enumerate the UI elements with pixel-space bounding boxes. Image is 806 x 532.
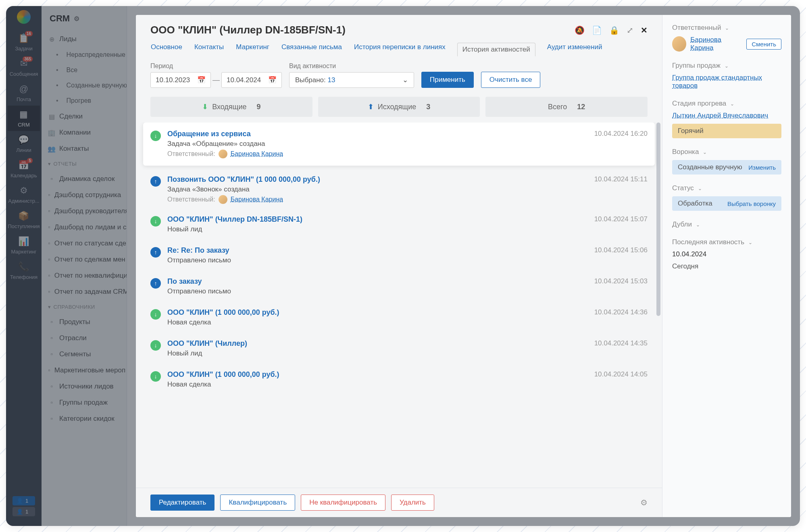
timeline-dot-icon: ↓ [150,371,161,382]
tab[interactable]: Аудит изменений [547,43,603,56]
delete-button[interactable]: Удалить [391,495,434,511]
date-from-input[interactable]: 10.10.2023📅 [150,72,211,88]
timeline-item[interactable]: ↓Обращение из сервисаЗадача «Обращение» … [143,123,655,166]
period-label: Период [150,62,282,70]
sp-groups-title[interactable]: Группы продаж [672,62,781,70]
timeline-sub: Новая сделка [167,318,588,326]
timeline-item[interactable]: ↓ООО "КЛИН" (Чиллер DN-185BF/SN-1)Новый … [150,210,648,241]
lock-icon[interactable]: 🔒 [609,25,619,35]
avatar [672,36,686,52]
sp-last-title[interactable]: Последняя активность [672,238,781,246]
copy-icon[interactable]: 📄 [592,25,602,35]
timeline-item[interactable]: ↑Re: Re: По заказуОтправлено письмо10.04… [150,241,648,272]
timeline-title: ООО "КЛИН" (Чиллер DN-185BF/SN-1) [167,215,588,224]
timeline-time: 10.04.2024 15:06 [594,246,648,266]
activity-type-select[interactable]: Выбрано: 13 ⌄ [289,72,414,88]
timeline-sub: Отправлено письмо [167,287,588,295]
timeline-sub: Новый лид [167,225,588,233]
filter-bar: Период 10.10.2023📅 — 10.04.2024📅 Вид акт… [136,56,662,94]
stat-incoming[interactable]: ⬇Входящие 9 [150,97,312,117]
status-select-link[interactable]: Выбрать воронку [727,200,776,207]
stat-outgoing[interactable]: ⬆Исходящие 3 [318,97,480,117]
timeline-title: ООО "КЛИН" (1 000 000,00 руб.) [167,370,588,379]
avatar [219,150,227,158]
timeline-dot-icon: ↑ [150,278,161,289]
change-responsible-button[interactable]: Сменить [746,39,781,50]
clear-button[interactable]: Очистить все [481,72,541,88]
date-to-input[interactable]: 10.04.2024📅 [221,72,282,88]
sp-stage-title[interactable]: Стадия прогрева [672,100,781,108]
sp-dup-title[interactable]: Дубли [672,220,781,229]
modal-header-actions: 🔕 📄 🔒 ⤢ ✕ [575,25,648,35]
stage-chip: Горячий [672,124,781,138]
timeline-title: ООО "КЛИН" (Чиллер) [167,339,588,348]
tabs: ОсновноеКонтактыМаркетингСвязанные письм… [136,36,662,56]
timeline-sub: Задача «Звонок» создана [167,185,588,193]
tab[interactable]: Контакты [194,43,224,56]
timeline-sub: Задача «Обращение» создана [167,140,588,148]
funnel-change-link[interactable]: Изменить [748,164,776,171]
timeline-dot-icon: ↑ [150,247,161,258]
modal-footer: Редактировать Квалифицировать Не квалифи… [136,488,662,517]
chevron-down-icon: ⌄ [402,76,408,84]
download-icon: ⬇ [202,102,208,111]
timeline-item[interactable]: ↑По заказуОтправлено письмо10.04.2024 15… [150,272,648,303]
tab[interactable]: Маркетинг [235,43,270,56]
timeline-title: Re: Re: По заказу [167,246,588,255]
timeline-dot-icon: ↓ [150,131,161,141]
close-icon[interactable]: ✕ [641,25,648,35]
last-activity-word: Сегодня [672,262,781,270]
funnel-chip: Созданные вручнуюИзменить [672,160,781,175]
timeline-dot-icon: ↓ [150,309,161,320]
timeline-sub: Отправлено письмо [167,256,588,264]
sp-funnel-title[interactable]: Воронка [672,148,781,156]
sales-group-link[interactable]: Группа продаж стандартных товаров [672,74,781,90]
stage-person[interactable]: Лыткин Андрей Вячеславович [672,112,781,120]
timeline-time: 10.04.2024 15:11 [594,175,648,204]
sp-responsible-title[interactable]: Ответственный [672,24,781,32]
timeline: ↓Обращение из сервисаЗадача «Обращение» … [136,123,662,488]
last-activity-date: 10.04.2024 [672,250,781,258]
timeline-title: По заказу [167,277,588,286]
timeline-time: 10.04.2024 14:05 [594,370,648,390]
calendar-icon: 📅 [197,76,206,84]
side-panel: Ответственный Баринова Карина Сменить Гр… [662,15,791,517]
tab[interactable]: История переписки в линиях [354,43,446,56]
timeline-dot-icon: ↓ [150,216,161,227]
timeline-item[interactable]: ↓ООО "КЛИН" (1 000 000,00 руб.)Новая сде… [150,365,648,396]
timeline-title: Обращение из сервиса [167,130,588,138]
expand-icon[interactable]: ⤢ [627,25,633,35]
apply-button[interactable]: Применить [421,72,474,88]
timeline-title: Позвонить ООО "КЛИН" (1 000 000,00 руб.) [167,175,588,184]
sp-status-title[interactable]: Статус [672,184,781,192]
disqualify-button[interactable]: Не квалифицировать [301,495,385,511]
tab[interactable]: История активностей [457,43,535,56]
timeline-item[interactable]: ↓ООО "КЛИН" (1 000 000,00 руб.)Новая сде… [150,303,648,334]
scrollbar-thumb[interactable] [656,123,660,316]
timeline-sub: Новый лид [167,349,588,357]
type-label: Вид активности [289,62,414,70]
responsible-name[interactable]: Баринова Карина [690,36,742,52]
timeline-dot-icon: ↓ [150,340,161,351]
edit-button[interactable]: Редактировать [150,495,215,511]
tab[interactable]: Связанные письма [281,43,342,56]
date-separator: — [211,76,221,84]
modal: ООО "КЛИН" (Чиллер DN-185BF/SN-1) 🔕 📄 🔒 … [136,15,791,517]
stat-total[interactable]: Всего 12 [485,97,648,117]
upload-icon: ⬆ [368,102,374,111]
timeline-dot-icon: ↑ [150,176,161,187]
timeline-time: 10.04.2024 16:20 [594,130,648,158]
responsible-link[interactable]: Баринова Карина [231,196,283,203]
bell-off-icon[interactable]: 🔕 [575,25,585,35]
status-chip: ОбработкаВыбрать воронку [672,196,781,211]
settings-icon[interactable]: ⚙ [640,498,648,507]
timeline-item[interactable]: ↑Позвонить ООО "КЛИН" (1 000 000,00 руб.… [150,170,648,210]
timeline-time: 10.04.2024 14:36 [594,308,648,328]
tab[interactable]: Основное [150,43,183,56]
qualify-button[interactable]: Квалифицировать [220,495,295,511]
timeline-time: 10.04.2024 15:07 [594,215,648,235]
responsible-link[interactable]: Баринова Карина [231,150,283,158]
calendar-icon: 📅 [268,76,277,84]
timeline-item[interactable]: ↓ООО "КЛИН" (Чиллер)Новый лид10.04.2024 … [150,334,648,365]
timeline-sub: Новая сделка [167,380,588,389]
